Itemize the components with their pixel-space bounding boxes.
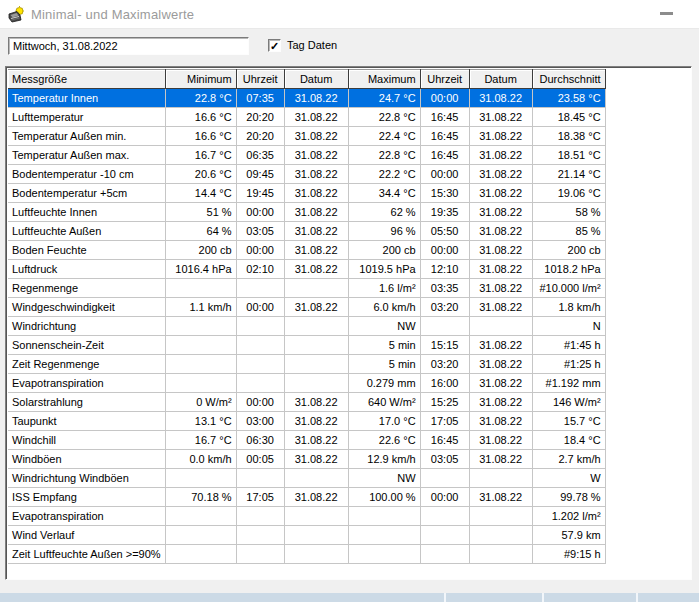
minimize-icon[interactable] bbox=[660, 12, 673, 15]
table-row[interactable]: Evapotranspiration0.279 mm16:0031.08.22#… bbox=[8, 374, 605, 393]
cell: 17:05 bbox=[420, 412, 469, 431]
cell: Windböen bbox=[8, 450, 165, 469]
cell: NW bbox=[348, 469, 420, 488]
cell bbox=[165, 545, 236, 564]
cell: 31.08.22 bbox=[469, 374, 532, 393]
cell: N bbox=[532, 317, 605, 336]
cell: 64 % bbox=[165, 222, 236, 241]
cell bbox=[420, 507, 469, 526]
cell bbox=[236, 279, 284, 298]
table-row[interactable]: Windrichtung WindböenNWW bbox=[8, 469, 605, 488]
col-header-datum-min[interactable]: Datum bbox=[284, 70, 348, 89]
cell: 6.0 km/h bbox=[348, 298, 420, 317]
cell: #1:45 h bbox=[532, 336, 605, 355]
col-header-minimum[interactable]: Minimum bbox=[165, 70, 236, 89]
tag-daten-checkbox[interactable]: ✓Tag Daten bbox=[268, 38, 337, 52]
cell: 16:45 bbox=[420, 431, 469, 450]
cell: Evapotranspiration bbox=[8, 374, 165, 393]
cell bbox=[348, 545, 420, 564]
cell: 31.08.22 bbox=[469, 184, 532, 203]
table-row[interactable]: Regenmenge1.6 l/m²03:3531.08.22#10.000 l… bbox=[8, 279, 605, 298]
cell: 200 cb bbox=[532, 241, 605, 260]
cell: 16:45 bbox=[420, 127, 469, 146]
table-row[interactable]: Luftfeuchte Innen51 %00:0031.08.2262 %19… bbox=[8, 203, 605, 222]
cell bbox=[469, 507, 532, 526]
cell: 1016.4 hPa bbox=[165, 260, 236, 279]
cell: 20:20 bbox=[236, 127, 284, 146]
table-row[interactable]: ISS Empfang70.18 %17:0531.08.22100.00 %0… bbox=[8, 488, 605, 507]
col-header-uhrzeit-max[interactable]: Uhrzeit bbox=[420, 70, 469, 89]
table-row[interactable]: Boden Feuchte200 cb00:0031.08.22200 cb00… bbox=[8, 241, 605, 260]
cell: 31.08.22 bbox=[469, 298, 532, 317]
cell: 00:00 bbox=[420, 89, 469, 108]
table-row[interactable]: Temperatur Innen22.8 °C07:3531.08.2224.7… bbox=[8, 89, 605, 108]
cell: 03:00 bbox=[236, 412, 284, 431]
table-row[interactable]: Sonnenschein-Zeit5 min15:1531.08.22#1:45… bbox=[8, 336, 605, 355]
cell bbox=[165, 355, 236, 374]
cell: 31.08.22 bbox=[469, 203, 532, 222]
cell: 06:30 bbox=[236, 431, 284, 450]
cell: Temperatur Außen max. bbox=[8, 146, 165, 165]
col-header-datum-max[interactable]: Datum bbox=[469, 70, 532, 89]
cell bbox=[348, 526, 420, 545]
table-row[interactable]: Windgeschwindigkeit1.1 km/h00:0031.08.22… bbox=[8, 298, 605, 317]
col-header-maximum[interactable]: Maximum bbox=[348, 70, 420, 89]
cell bbox=[284, 374, 348, 393]
cell: 22.8 °C bbox=[165, 89, 236, 108]
cell: 00:00 bbox=[236, 203, 284, 222]
cell: 00:00 bbox=[236, 298, 284, 317]
cell: 31.08.22 bbox=[284, 260, 348, 279]
col-header-messgroesse[interactable]: Messgröße bbox=[8, 70, 165, 89]
cell: Zeit Regenmenge bbox=[8, 355, 165, 374]
cell: ISS Empfang bbox=[8, 488, 165, 507]
table-row[interactable]: Luftdruck1016.4 hPa02:1031.08.221019.5 h… bbox=[8, 260, 605, 279]
table-row[interactable]: Taupunkt13.1 °C03:0031.08.2217.0 °C17:05… bbox=[8, 412, 605, 431]
statusbar-panel bbox=[544, 593, 636, 602]
cell: 00:05 bbox=[236, 450, 284, 469]
table-row[interactable]: Evapotranspiration1.202 l/m² bbox=[8, 507, 605, 526]
cell: 31.08.22 bbox=[284, 203, 348, 222]
table-row[interactable]: Temperatur Außen min.16.6 °C20:2031.08.2… bbox=[8, 127, 605, 146]
checkbox-check-icon[interactable]: ✓ bbox=[268, 39, 281, 52]
statusbar-panel bbox=[638, 593, 699, 602]
table-row[interactable]: Windchill16.7 °C06:3031.08.2222.6 °C16:4… bbox=[8, 431, 605, 450]
table-row[interactable]: Bodentemperatur +5cm14.4 °C19:4531.08.22… bbox=[8, 184, 605, 203]
cell: 31.08.22 bbox=[469, 336, 532, 355]
cell: 1018.2 hPa bbox=[532, 260, 605, 279]
cell: 15:30 bbox=[420, 184, 469, 203]
col-header-uhrzeit-min[interactable]: Uhrzeit bbox=[236, 70, 284, 89]
cell: 15:25 bbox=[420, 393, 469, 412]
table-row[interactable]: Windböen0.0 km/h00:0531.08.2212.9 km/h03… bbox=[8, 450, 605, 469]
cell: 70.18 % bbox=[165, 488, 236, 507]
table-row[interactable]: Bodentemperatur -10 cm20.6 °C09:4531.08.… bbox=[8, 165, 605, 184]
cell: 100.00 % bbox=[348, 488, 420, 507]
cell: 03:05 bbox=[420, 450, 469, 469]
table-row[interactable]: Lufttemperatur16.6 °C20:2031.08.2222.8 °… bbox=[8, 108, 605, 127]
table-row[interactable]: Luftfeuchte Außen64 %03:0531.08.2296 %05… bbox=[8, 222, 605, 241]
cell: 20.6 °C bbox=[165, 165, 236, 184]
table-row[interactable]: Zeit Regenmenge5 min03:2031.08.22#1:25 h bbox=[8, 355, 605, 374]
cell: 31.08.22 bbox=[469, 260, 532, 279]
table-row[interactable]: Temperatur Außen max.16.7 °C06:3531.08.2… bbox=[8, 146, 605, 165]
cell: #1:25 h bbox=[532, 355, 605, 374]
cell: Boden Feuchte bbox=[8, 241, 165, 260]
cell bbox=[469, 545, 532, 564]
cell: Bodentemperatur -10 cm bbox=[8, 165, 165, 184]
cell bbox=[165, 469, 236, 488]
col-header-durchschnitt[interactable]: Durchschnitt bbox=[532, 70, 605, 89]
statusbar bbox=[0, 593, 699, 602]
table-row[interactable]: WindrichtungNWN bbox=[8, 317, 605, 336]
table-row[interactable]: Solarstrahlung0 W/m²00:0031.08.22640 W/m… bbox=[8, 393, 605, 412]
date-input[interactable] bbox=[8, 37, 249, 55]
cell: 31.08.22 bbox=[284, 488, 348, 507]
table-row[interactable]: Wind Verlauf57.9 km bbox=[8, 526, 605, 545]
cell: 1.8 km/h bbox=[532, 298, 605, 317]
cell bbox=[165, 507, 236, 526]
cell: 16:45 bbox=[420, 108, 469, 127]
table-row[interactable]: Zeit Luftfeuchte Außen >=90%#9:15 h bbox=[8, 545, 605, 564]
measurements-table: Messgröße Minimum Uhrzeit Datum Maximum … bbox=[8, 69, 606, 564]
cell: 13.1 °C bbox=[165, 412, 236, 431]
cell: 03:35 bbox=[420, 279, 469, 298]
cell: Wind Verlauf bbox=[8, 526, 165, 545]
cell: Lufttemperatur bbox=[8, 108, 165, 127]
